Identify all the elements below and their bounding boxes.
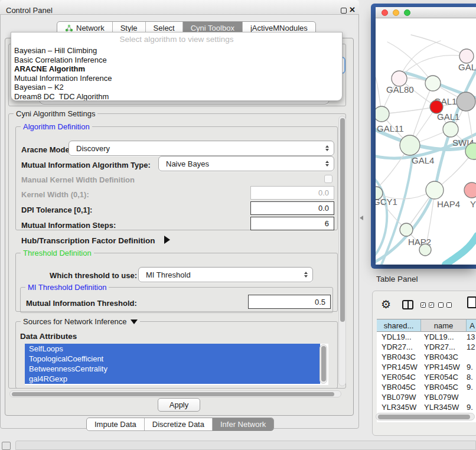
hub-definition-label[interactable]: Hub/Transcription Factor Definition xyxy=(21,236,155,245)
network-edge xyxy=(382,107,436,114)
network-canvas[interactable]: GALGAL80GAL10GAL1GAL11SWI4GAL4GCY1HAP4YH… xyxy=(376,18,476,265)
table-horizontal-scrollbar[interactable] xyxy=(376,413,475,420)
network-node-label-GAL4: GAL4 xyxy=(412,155,434,165)
algorithm-option[interactable]: Mutual Information Inference xyxy=(11,74,342,83)
table-cell: 13 xyxy=(467,332,476,342)
control-panel-titlebar[interactable] xyxy=(0,0,359,15)
stepper-icon xyxy=(325,145,329,151)
mi-type-combo[interactable]: Naive Bayes xyxy=(158,156,334,171)
aracne-mode-label: Aracne Mode: xyxy=(21,145,72,154)
algorithm-option[interactable]: Basic Correlation Inference xyxy=(11,56,342,65)
columns-icon[interactable] xyxy=(402,300,413,309)
tab-discretize-data[interactable]: Discretize Data xyxy=(144,418,212,431)
network-node-GAL-top[interactable] xyxy=(459,49,474,63)
network-node-SWI4[interactable] xyxy=(443,122,458,137)
collapse-down-icon xyxy=(131,319,138,324)
close-traffic-light[interactable] xyxy=(382,9,388,16)
settings-horizontal-scrollbar[interactable] xyxy=(9,390,341,397)
table-column-header[interactable]: A xyxy=(467,319,476,332)
table-cell: YDL19... xyxy=(382,332,422,342)
network-node-gray-node[interactable] xyxy=(457,92,475,111)
aracne-mode-combo[interactable]: Discovery xyxy=(69,141,334,156)
apply-button[interactable]: Apply xyxy=(158,398,200,412)
table-row[interactable]: YBR045CYBR045C9. xyxy=(377,382,476,392)
data-attribute-item[interactable]: TopologicalCoefficient xyxy=(25,354,320,364)
table-column-header[interactable]: name xyxy=(421,319,467,332)
minimize-traffic-light[interactable] xyxy=(393,9,399,16)
tab-label: Cyni Toolbox xyxy=(191,24,234,32)
tab-label: Style xyxy=(120,24,138,32)
unchecked-box-icon[interactable] xyxy=(446,302,452,308)
kernel-width-field[interactable]: 0.0 xyxy=(250,186,334,200)
table-cell: YPR145W xyxy=(382,362,422,372)
sources-title: Sources for Network Inference xyxy=(23,317,127,326)
stepper-icon xyxy=(304,272,308,278)
network-node-label-GAL1: GAL1 xyxy=(437,112,459,122)
settings-vertical-scrollbar[interactable] xyxy=(338,116,346,386)
table-row[interactable]: YBL079WYBL079W xyxy=(377,392,476,402)
network-icon xyxy=(65,24,73,32)
table-row[interactable]: YBR043CYBR043C xyxy=(377,352,476,362)
manual-kernel-label: Manual Kernel Width Definition xyxy=(21,175,135,184)
mi-threshold-field[interactable]: 0.5 xyxy=(248,295,331,309)
data-attributes-label: Data Attributes xyxy=(20,332,77,341)
table-cell: 9. xyxy=(467,362,476,372)
tab-infer-network[interactable]: Infer Network xyxy=(212,418,273,431)
table-cell: YPR145W xyxy=(424,362,467,372)
network-node-Y-right[interactable] xyxy=(464,182,476,198)
aracne-mode-value: Discovery xyxy=(76,144,110,153)
cyni-algorithm-settings-title: Cyni Algorithm Settings xyxy=(14,109,97,118)
data-attribute-item[interactable]: gal4RGexp xyxy=(25,374,320,384)
mi-steps-field[interactable]: 6 xyxy=(250,217,334,230)
tab-label: Discretize Data xyxy=(152,420,204,429)
document-icon[interactable] xyxy=(467,296,476,308)
close-icon[interactable]: ✕ xyxy=(349,5,356,14)
algorithm-option[interactable]: Bayesian – K2 xyxy=(11,83,342,92)
network-node-label-HAP4: HAP4 xyxy=(437,199,460,209)
table-row[interactable]: YPR145WYPR145W9. xyxy=(377,362,476,372)
network-node-GAL10[interactable] xyxy=(425,76,441,91)
checked-box-icon[interactable]: ✓ xyxy=(420,302,426,308)
algorithm-option[interactable]: Dream8 DC_TDC Algorithm xyxy=(11,92,342,102)
table-cell: YDR27... xyxy=(382,342,422,352)
checked-box-icon[interactable]: ✓ xyxy=(429,302,434,308)
table-column-header[interactable]: shared... xyxy=(377,319,421,332)
table-cell: YBL079W xyxy=(382,392,422,402)
unchecked-box-icon[interactable] xyxy=(438,302,444,308)
network-node-GAL4[interactable] xyxy=(400,135,420,155)
table-row[interactable]: YER054CYER054C8. xyxy=(377,372,476,382)
algorithm-option[interactable]: Bayesian – Hill Climbing xyxy=(11,46,342,56)
network-window-titlebar[interactable] xyxy=(376,7,476,18)
algorithm-dropdown-placeholder: Select algorithm to view settings xyxy=(11,32,342,46)
panel-divider-arrow[interactable] xyxy=(360,216,363,220)
bottom-corner-icon[interactable] xyxy=(2,442,11,450)
tab-label: Infer Network xyxy=(220,420,266,429)
table-row[interactable]: YDL19...YDL19...13 xyxy=(377,332,476,342)
data-attribute-item[interactable]: SelfLoops xyxy=(25,344,320,354)
tab-impute-data[interactable]: Impute Data xyxy=(87,418,144,431)
gear-icon[interactable]: ⚙ xyxy=(381,298,391,311)
attributes-scrollbar[interactable] xyxy=(319,344,327,384)
network-node-GAL11[interactable] xyxy=(376,106,389,122)
table-cell: YBR045C xyxy=(424,382,467,392)
table-row[interactable]: YLR345WYLR345W9. xyxy=(377,402,476,412)
network-node-HAP2[interactable] xyxy=(400,223,413,236)
network-node-HAP4[interactable] xyxy=(426,181,444,199)
mi-steps-label: Mutual Information Steps: xyxy=(21,221,116,230)
table-row[interactable]: YDR27...YDR27...12 xyxy=(377,342,476,352)
table-cell: YBR045C xyxy=(382,382,422,392)
network-node-label-GAL11: GAL11 xyxy=(377,123,404,133)
sources-title-wrap[interactable]: Sources for Network Inference xyxy=(21,317,140,326)
which-threshold-combo[interactable]: MI Threshold xyxy=(138,267,313,282)
dpi-tolerance-field[interactable]: 0.0 xyxy=(250,201,334,215)
network-node-bottom-node[interactable] xyxy=(419,244,431,256)
which-threshold-label: Which threshold to use: xyxy=(50,271,137,280)
table-cell: 9. xyxy=(467,382,476,392)
algorithm-option[interactable]: ARACNE Algorithm xyxy=(11,64,342,74)
expand-right-icon[interactable] xyxy=(164,236,170,244)
data-attribute-item[interactable]: BetweennessCentrality xyxy=(25,364,320,374)
algorithm-dropdown-popup: Select algorithm to view settings Bayesi… xyxy=(11,32,343,101)
float-window-icon[interactable] xyxy=(341,8,347,14)
manual-kernel-checkbox[interactable] xyxy=(324,175,332,183)
zoom-traffic-light[interactable] xyxy=(404,9,410,16)
